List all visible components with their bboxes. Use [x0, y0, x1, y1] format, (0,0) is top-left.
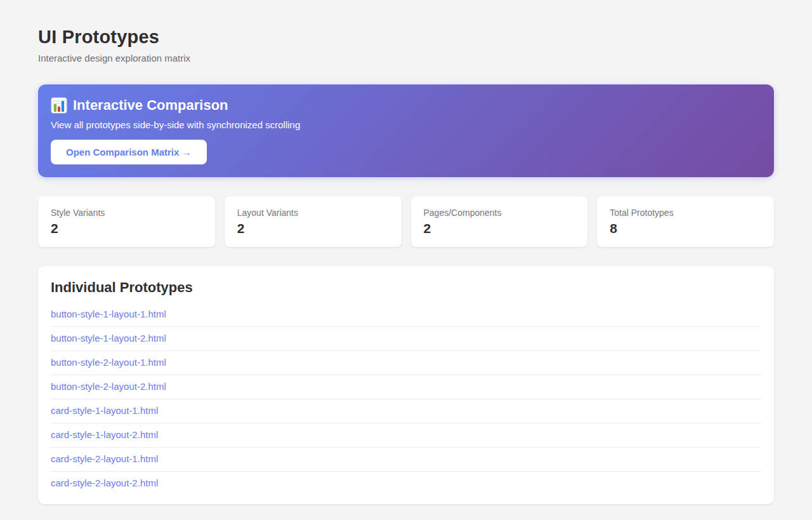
banner-description: View all prototypes side-by-side with sy… [51, 119, 761, 130]
prototype-link[interactable]: button-style-2-layout-2.html [51, 381, 166, 392]
prototype-link[interactable]: button-style-2-layout-1.html [51, 357, 166, 368]
stat-value: 2 [51, 221, 202, 236]
page-subtitle: Interactive design exploration matrix [38, 53, 774, 63]
stat-label: Style Variants [51, 208, 202, 218]
prototype-link[interactable]: card-style-1-layout-2.html [51, 429, 158, 440]
list-item: button-style-1-layout-1.html [51, 303, 761, 327]
stat-value: 8 [610, 221, 761, 236]
list-item: button-style-1-layout-2.html [51, 327, 761, 351]
stat-card-style-variants: Style Variants 2 [38, 196, 215, 247]
list-item: card-style-2-layout-1.html [51, 448, 761, 472]
individual-prototypes-card: Individual Prototypes button-style-1-lay… [38, 266, 774, 504]
stat-card-layout-variants: Layout Variants 2 [225, 196, 402, 247]
stat-label: Layout Variants [237, 208, 389, 218]
prototype-link[interactable]: button-style-1-layout-2.html [51, 333, 166, 343]
prototype-link[interactable]: card-style-1-layout-1.html [51, 405, 158, 416]
list-item: card-style-1-layout-1.html [51, 399, 761, 423]
list-item: button-style-2-layout-2.html [51, 375, 761, 399]
interactive-comparison-banner: Interactive Comparison View all prototyp… [38, 84, 774, 177]
open-comparison-matrix-button[interactable]: Open Comparison Matrix → [51, 140, 207, 164]
bar-chart-icon [51, 97, 67, 114]
stats-row: Style Variants 2 Layout Variants 2 Pages… [38, 196, 774, 247]
list-item: button-style-2-layout-1.html [51, 351, 761, 375]
prototype-link[interactable]: card-style-2-layout-1.html [51, 453, 158, 464]
prototype-link[interactable]: button-style-1-layout-1.html [51, 309, 166, 319]
stat-label: Pages/Components [424, 208, 575, 218]
banner-heading: Interactive Comparison [51, 97, 761, 114]
banner-title: Interactive Comparison [73, 97, 228, 114]
stat-value: 2 [237, 221, 389, 236]
page-container: UI Prototypes Interactive design explora… [38, 0, 774, 504]
page-title: UI Prototypes [38, 27, 774, 48]
list-item: card-style-2-layout-2.html [51, 472, 761, 495]
stat-value: 2 [424, 221, 575, 236]
stat-label: Total Prototypes [610, 208, 761, 218]
prototype-link[interactable]: card-style-2-layout-2.html [51, 477, 158, 488]
list-item: card-style-1-layout-2.html [51, 423, 761, 448]
stat-card-total-prototypes: Total Prototypes 8 [597, 196, 774, 247]
individual-prototypes-heading: Individual Prototypes [51, 279, 761, 296]
stat-card-pages-components: Pages/Components 2 [411, 196, 588, 247]
